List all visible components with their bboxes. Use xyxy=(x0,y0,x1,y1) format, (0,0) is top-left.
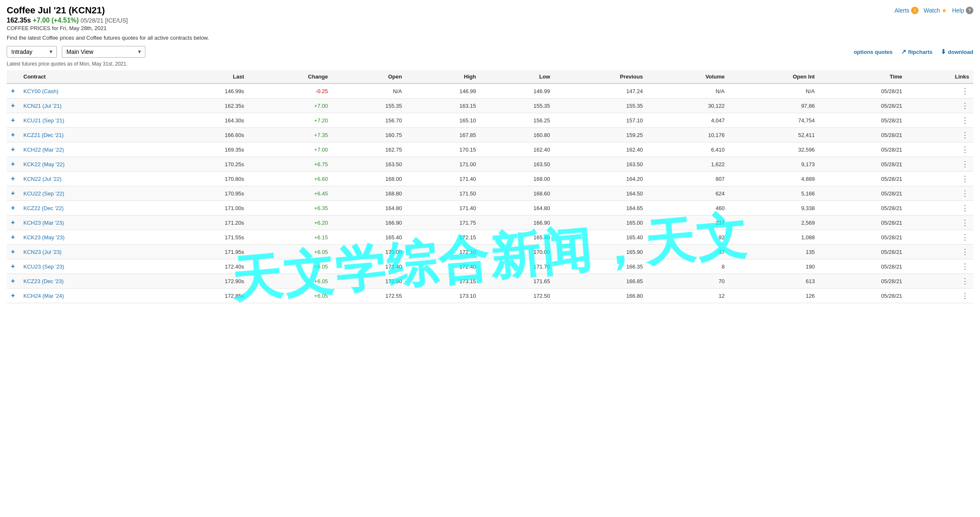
row-contract[interactable]: KCH23 (Mar '23) xyxy=(19,215,166,230)
row-open: 160.75 xyxy=(332,128,406,142)
row-high: 172.10 xyxy=(406,245,480,259)
row-plus-btn[interactable]: + xyxy=(7,245,19,259)
row-plus-btn[interactable]: + xyxy=(7,157,19,172)
row-low: 171.70 xyxy=(480,259,554,274)
table-row: + KCU23 (Sep '23) 172.40s +6.05 172.40 1… xyxy=(7,259,973,274)
row-contract[interactable]: KCZ23 (Dec '23) xyxy=(19,274,166,289)
row-links[interactable]: ⋮ xyxy=(906,186,973,201)
row-plus-btn[interactable]: + xyxy=(7,274,19,289)
row-links[interactable]: ⋮ xyxy=(906,128,973,142)
row-contract[interactable]: KCK23 (May '23) xyxy=(19,230,166,245)
flipcharts-link[interactable]: ↗ flipcharts xyxy=(901,48,933,56)
row-plus-btn[interactable]: + xyxy=(7,113,19,128)
row-open-int: N/A xyxy=(729,84,819,99)
options-quotes-link[interactable]: options quotes xyxy=(854,49,893,55)
row-plus-btn[interactable]: + xyxy=(7,230,19,245)
watch-nav-item[interactable]: Watch ★ xyxy=(924,7,947,14)
row-links[interactable]: ⋮ xyxy=(906,113,973,128)
table-row: + KCN23 (Jul '23) 171.95s +6.05 170.00 1… xyxy=(7,245,973,259)
row-plus-btn[interactable]: + xyxy=(7,201,19,215)
row-links[interactable]: ⋮ xyxy=(906,215,973,230)
row-volume: 624 xyxy=(647,186,729,201)
row-plus-btn[interactable]: + xyxy=(7,186,19,201)
row-low: 163.50 xyxy=(480,157,554,172)
row-links[interactable]: ⋮ xyxy=(906,274,973,289)
row-contract[interactable]: KCH24 (Mar '24) xyxy=(19,289,166,303)
table-row: + KCH24 (Mar '24) 172.85s +6.05 172.55 1… xyxy=(7,289,973,303)
row-links[interactable]: ⋮ xyxy=(906,245,973,259)
row-plus-btn[interactable]: + xyxy=(7,172,19,186)
row-open: 172.90 xyxy=(332,274,406,289)
row-plus-btn[interactable]: + xyxy=(7,142,19,157)
row-low: 164.80 xyxy=(480,201,554,215)
row-open: N/A xyxy=(332,84,406,99)
row-plus-btn[interactable]: + xyxy=(7,128,19,142)
row-contract[interactable]: KCZ22 (Dec '22) xyxy=(19,201,166,215)
row-links[interactable]: ⋮ xyxy=(906,142,973,157)
row-plus-btn[interactable]: + xyxy=(7,289,19,303)
view-select-wrapper: Main View Detailed View Options View ▼ xyxy=(62,46,145,58)
row-volume: 37 xyxy=(647,245,729,259)
row-previous: 165.90 xyxy=(554,245,647,259)
row-plus-btn[interactable]: + xyxy=(7,215,19,230)
row-links[interactable]: ⋮ xyxy=(906,99,973,113)
row-low: 168.00 xyxy=(480,172,554,186)
alerts-nav-item[interactable]: Alerts ! xyxy=(894,7,919,14)
alerts-label: Alerts xyxy=(894,7,909,14)
subtitle-bold: COFFEE PRICES xyxy=(7,25,51,31)
row-previous: 166.85 xyxy=(554,274,647,289)
row-open-int: 190 xyxy=(729,259,819,274)
row-last: 166.60s xyxy=(166,128,249,142)
view-select[interactable]: Main View Detailed View Options View xyxy=(62,46,145,58)
row-time: 05/28/21 xyxy=(819,259,906,274)
row-plus-btn[interactable]: + xyxy=(7,259,19,274)
row-change: +7.20 xyxy=(248,113,332,128)
row-low: 172.50 xyxy=(480,289,554,303)
row-contract[interactable]: KCN21 (Jul '21) xyxy=(19,99,166,113)
row-open-int: 74,754 xyxy=(729,113,819,128)
row-last: 172.40s xyxy=(166,259,249,274)
row-low: 166.90 xyxy=(480,215,554,230)
intraday-select[interactable]: Intraday Daily Weekly Monthly xyxy=(7,46,57,58)
row-links[interactable]: ⋮ xyxy=(906,289,973,303)
row-plus-btn[interactable]: + xyxy=(7,99,19,113)
row-volume: 70 xyxy=(647,274,729,289)
help-nav-item[interactable]: Help ? xyxy=(952,7,973,14)
table-row: + KCK22 (May '22) 170.25s +6.75 163.50 1… xyxy=(7,157,973,172)
row-previous: 159.25 xyxy=(554,128,647,142)
controls-row: Intraday Daily Weekly Monthly ▼ Main Vie… xyxy=(7,46,973,58)
row-contract[interactable]: KCU21 (Sep '21) xyxy=(19,113,166,128)
row-time: 05/28/21 xyxy=(819,289,906,303)
row-links[interactable]: ⋮ xyxy=(906,172,973,186)
row-low: 162.40 xyxy=(480,142,554,157)
row-contract[interactable]: KCZ21 (Dec '21) xyxy=(19,128,166,142)
col-header-previous: Previous xyxy=(554,70,647,84)
download-link[interactable]: ⬇ download xyxy=(941,48,973,56)
row-last: 171.95s xyxy=(166,245,249,259)
row-volume: 4,047 xyxy=(647,113,729,128)
download-icon: ⬇ xyxy=(941,48,946,56)
row-open: 168.80 xyxy=(332,186,406,201)
table-row: + KCU22 (Sep '22) 170.95s +6.45 168.80 1… xyxy=(7,186,973,201)
table-row: + KCZ22 (Dec '22) 171.00s +6.35 164.80 1… xyxy=(7,201,973,215)
row-open-int: 5,166 xyxy=(729,186,819,201)
row-contract[interactable]: KCK22 (May '22) xyxy=(19,157,166,172)
row-links[interactable]: ⋮ xyxy=(906,201,973,215)
row-contract[interactable]: KCU23 (Sep '23) xyxy=(19,259,166,274)
row-contract[interactable]: KCN22 (Jul '22) xyxy=(19,172,166,186)
row-links[interactable]: ⋮ xyxy=(906,157,973,172)
row-plus-btn[interactable]: + xyxy=(7,84,19,99)
row-contract[interactable]: KCU22 (Sep '22) xyxy=(19,186,166,201)
row-change: +7.35 xyxy=(248,128,332,142)
row-links[interactable]: ⋮ xyxy=(906,84,973,99)
row-change: +6.20 xyxy=(248,215,332,230)
row-links[interactable]: ⋮ xyxy=(906,230,973,245)
row-open-int: 126 xyxy=(729,289,819,303)
row-time: 05/28/21 xyxy=(819,128,906,142)
row-contract[interactable]: KCN23 (Jul '23) xyxy=(19,245,166,259)
row-open-int: 4,889 xyxy=(729,172,819,186)
row-contract[interactable]: KCY00 (Cash) xyxy=(19,84,166,99)
row-contract[interactable]: KCH22 (Mar '22) xyxy=(19,142,166,157)
row-links[interactable]: ⋮ xyxy=(906,259,973,274)
header: Coffee Jul '21 (KCN21) 162.35s +7.00 (+4… xyxy=(7,5,973,31)
